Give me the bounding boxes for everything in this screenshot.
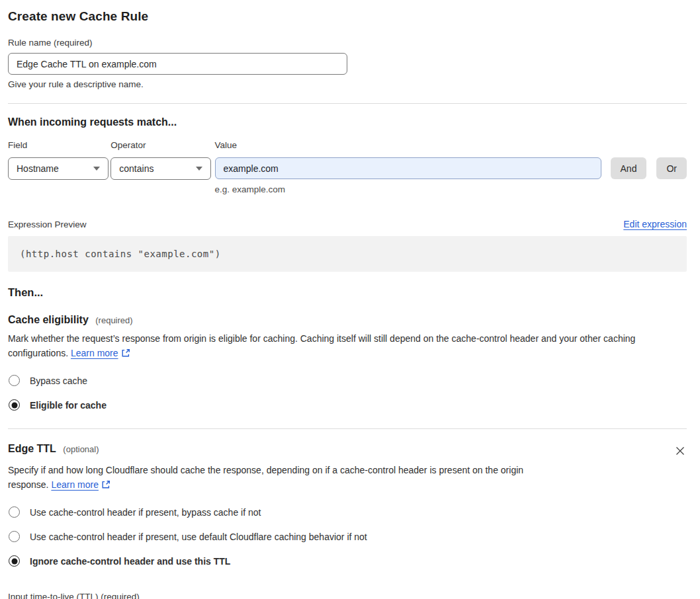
page-title: Create new Cache Rule <box>8 9 687 24</box>
radio-label: Eligible for cache <box>30 400 107 411</box>
radio-use-header-default[interactable]: Use cache-control header if present, use… <box>8 531 687 542</box>
edge-ttl-qualifier: (optional) <box>63 444 99 454</box>
rule-name-helper: Give your rule a descriptive name. <box>8 79 687 89</box>
radio-icon-selected[interactable] <box>9 555 20 567</box>
radio-ignore-header-use-ttl[interactable]: Ignore cache-control header and use this… <box>8 555 687 567</box>
radio-label: Use cache-control header if present, byp… <box>30 507 261 518</box>
external-link-icon <box>121 348 130 362</box>
condition-builder: Field Hostname Operator contains Value A… <box>8 140 687 194</box>
close-edge-ttl-button[interactable] <box>674 444 687 458</box>
operator-select-value: contains <box>119 163 153 174</box>
match-section-heading: When incoming requests match... <box>8 116 687 128</box>
expression-code: (http.host contains "example.com") <box>20 249 221 259</box>
create-cache-rule-form: Create new Cache Rule Rule name (require… <box>0 0 700 599</box>
field-label: Field <box>8 140 110 150</box>
rule-name-input[interactable] <box>8 53 347 75</box>
chevron-down-icon <box>93 167 100 171</box>
learn-more-link[interactable]: Learn more <box>71 348 118 358</box>
ttl-label: Input time-to-live (TTL) (required) <box>8 592 687 599</box>
value-label: Value <box>215 140 687 150</box>
operator-label: Operator <box>110 140 214 150</box>
expression-preview-box: (http.host contains "example.com") <box>8 236 687 272</box>
value-input[interactable] <box>215 157 601 179</box>
rule-name-label: Rule name (required) <box>8 38 687 48</box>
radio-bypass-cache[interactable]: Bypass cache <box>8 375 687 386</box>
radio-icon[interactable] <box>9 506 20 518</box>
expression-preview-label: Expression Preview <box>8 220 87 229</box>
value-helper: e.g. example.com <box>215 184 687 194</box>
radio-icon[interactable] <box>9 531 20 542</box>
radio-icon[interactable] <box>9 375 20 386</box>
radio-use-header-bypass[interactable]: Use cache-control header if present, byp… <box>8 506 687 518</box>
edge-ttl-heading: Edge TTL <box>8 443 56 454</box>
divider <box>8 428 687 429</box>
radio-icon-selected[interactable] <box>9 399 20 411</box>
chevron-down-icon <box>196 167 202 171</box>
or-button[interactable]: Or <box>656 157 687 179</box>
divider <box>8 103 687 104</box>
cache-eligibility-qualifier: (required) <box>95 315 132 325</box>
and-button[interactable]: And <box>611 157 647 179</box>
radio-label: Ignore cache-control header and use this… <box>30 556 230 567</box>
cache-eligibility-heading: Cache eligibility <box>8 314 89 325</box>
edge-ttl-description: Specify if and how long Cloudflare shoul… <box>8 463 566 493</box>
radio-label: Use cache-control header if present, use… <box>30 532 367 542</box>
radio-eligible-for-cache[interactable]: Eligible for cache <box>8 399 687 411</box>
external-link-icon <box>101 479 110 494</box>
operator-select[interactable]: contains <box>110 157 211 180</box>
field-select[interactable]: Hostname <box>8 157 109 180</box>
then-heading: Then... <box>8 286 687 299</box>
radio-label: Bypass cache <box>30 376 87 386</box>
edit-expression-link[interactable]: Edit expression <box>623 219 687 229</box>
field-select-value: Hostname <box>17 163 59 174</box>
cache-eligibility-description: Mark whether the request’s response from… <box>8 332 687 362</box>
learn-more-link[interactable]: Learn more <box>51 479 99 490</box>
